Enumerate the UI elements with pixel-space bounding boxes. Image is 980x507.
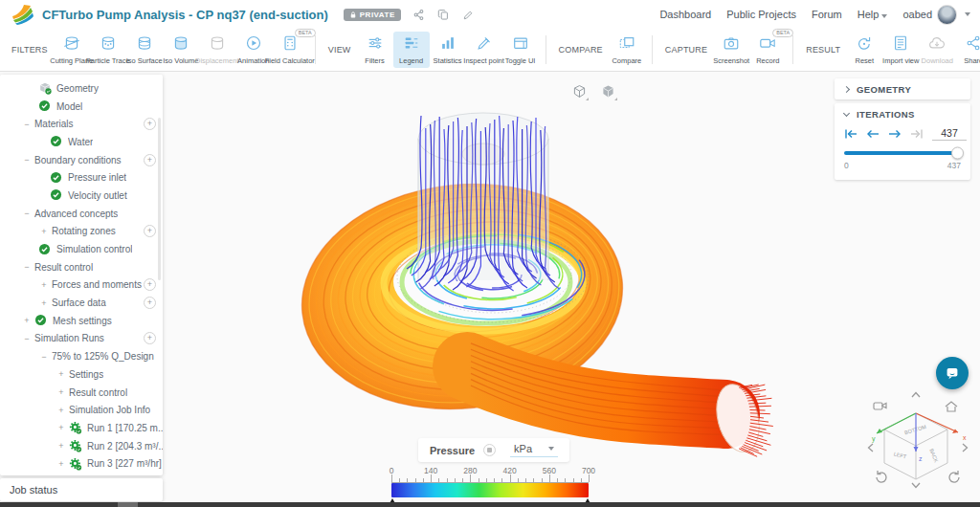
home-view-button[interactable] bbox=[946, 402, 957, 411]
viewcube-face-left[interactable]: LEFT bbox=[893, 452, 907, 460]
add-boundary-conditions-button[interactable]: + bbox=[144, 154, 156, 166]
toolbar-compare-button[interactable]: Compare bbox=[609, 32, 645, 68]
collapse-toggle-icon[interactable]: − bbox=[21, 334, 33, 343]
tree-item-run-1-170-25-m[interactable]: +Run 1 [170.25 m... bbox=[0, 419, 163, 437]
expand-toggle-icon[interactable]: + bbox=[38, 298, 50, 308]
first-iteration-button[interactable] bbox=[844, 129, 858, 139]
support-chat-button[interactable] bbox=[936, 357, 969, 389]
add-surface-data-button[interactable]: + bbox=[144, 297, 156, 309]
navigation-cube[interactable]: BOTTOM LEFT BACK y x z bbox=[865, 386, 970, 490]
add-materials-button[interactable]: + bbox=[144, 118, 156, 130]
tree-item-forces-and-moments[interactable]: +Forces and moments+ bbox=[0, 276, 163, 295]
tree-item-materials[interactable]: −Materials+ bbox=[0, 115, 163, 133]
wireframe-view-button[interactable] bbox=[568, 80, 590, 101]
rotate-right-button[interactable] bbox=[963, 444, 968, 452]
unit-select[interactable]: kPa bbox=[510, 443, 558, 457]
user-menu[interactable]: oabed bbox=[902, 5, 970, 25]
toolbar-cutting-plane-button[interactable]: Cutting Plane bbox=[54, 32, 90, 68]
tree-item-advanced-concepts[interactable]: −Advanced concepts bbox=[0, 205, 163, 223]
expand-toggle-icon[interactable]: + bbox=[38, 280, 50, 290]
tree-item-75-to-125-q-design[interactable]: −75% to 125% Q_Design bbox=[0, 347, 163, 365]
toolbar-statistics-button[interactable]: Statistics bbox=[430, 32, 466, 68]
add-forces-and-moments-button[interactable]: + bbox=[144, 278, 156, 291]
legend-settings-button[interactable] bbox=[483, 444, 496, 456]
expand-toggle-icon[interactable]: + bbox=[38, 227, 50, 236]
toolbar-field-calculator-button[interactable]: BETAField Calculator bbox=[272, 32, 308, 68]
toolbar-iso-volume-button[interactable]: Iso Volume bbox=[163, 32, 199, 68]
tree-item-rotating-zones[interactable]: +Rotating zones+ bbox=[0, 223, 163, 241]
next-iteration-button[interactable] bbox=[888, 129, 902, 139]
toolbar-legend-button[interactable]: Legend bbox=[393, 32, 430, 68]
previous-iteration-button[interactable] bbox=[866, 129, 880, 139]
app-logo-icon[interactable] bbox=[10, 4, 34, 25]
tree-item-pressure-inlet[interactable]: Pressure inlet bbox=[0, 168, 163, 187]
tree-item-result-control[interactable]: −Result control bbox=[0, 258, 163, 276]
tree-item-model[interactable]: Model bbox=[0, 98, 163, 116]
toolbar-inspect-point-button[interactable]: Inspect point bbox=[466, 32, 502, 68]
tree-item-simulation-control[interactable]: Simulation control bbox=[0, 240, 163, 258]
tree-item-water[interactable]: Water bbox=[0, 133, 163, 151]
perspective-camera-button[interactable] bbox=[874, 403, 886, 409]
job-status-bar[interactable]: Job status bbox=[0, 478, 163, 501]
tree-item-boundary-conditions[interactable]: −Boundary conditions+ bbox=[0, 151, 163, 169]
tree-item-surface-data[interactable]: +Surface data+ bbox=[0, 294, 163, 312]
add-simulation-runs-button[interactable]: + bbox=[144, 332, 156, 344]
edit-title-icon[interactable] bbox=[462, 8, 476, 21]
tree-item-settings[interactable]: +Settings bbox=[0, 365, 163, 384]
collapse-toggle-icon[interactable]: − bbox=[21, 209, 33, 218]
collapse-toggle-icon[interactable]: − bbox=[21, 155, 33, 165]
header-nav: Dashboard Public Projects Forum Help oab… bbox=[659, 5, 970, 25]
tree-item-run-2-204-3-m[interactable]: +Run 2 [204.3 m³/... bbox=[0, 437, 163, 455]
add-rotating-zones-button[interactable]: + bbox=[144, 225, 156, 237]
toolbar-toggle-ui-button[interactable]: Toggle UI bbox=[502, 32, 539, 68]
rotate-left-button[interactable] bbox=[869, 444, 874, 452]
nav-help[interactable]: Help bbox=[858, 9, 888, 20]
collapse-toggle-icon[interactable]: − bbox=[21, 262, 33, 272]
toolbar-share-button[interactable]: Share bbox=[955, 32, 980, 68]
iso-volume-icon bbox=[172, 34, 189, 55]
nav-forum[interactable]: Forum bbox=[812, 9, 842, 20]
tree-item-velocity-outlet[interactable]: Velocity outlet bbox=[0, 187, 163, 205]
roll-ccw-button[interactable] bbox=[877, 471, 886, 482]
roll-cw-button[interactable] bbox=[949, 471, 959, 482]
tree-item-geometry[interactable]: Geometry bbox=[0, 79, 163, 98]
expand-toggle-icon[interactable]: + bbox=[56, 406, 67, 415]
geometry-panel-header[interactable]: GEOMETRY bbox=[835, 78, 970, 99]
collapse-toggle-icon[interactable]: − bbox=[38, 352, 50, 362]
expand-toggle-icon[interactable]: + bbox=[56, 459, 67, 469]
expand-toggle-icon[interactable]: + bbox=[56, 387, 67, 397]
iteration-slider-handle[interactable] bbox=[951, 147, 964, 160]
iteration-value-input[interactable]: 437 bbox=[932, 127, 967, 141]
duplicate-project-icon[interactable] bbox=[437, 8, 451, 21]
expand-toggle-icon[interactable]: + bbox=[56, 369, 67, 379]
toolbar-filters-button[interactable]: Filters bbox=[357, 32, 393, 68]
tree-scrollbar[interactable] bbox=[158, 118, 161, 280]
iterations-panel-header[interactable]: ITERATIONS bbox=[835, 103, 970, 124]
success-check-icon bbox=[38, 99, 52, 113]
expand-toggle-icon[interactable]: + bbox=[21, 316, 33, 325]
collapse-toggle-icon[interactable]: − bbox=[21, 120, 33, 129]
viewcube-face-right[interactable]: BACK bbox=[928, 448, 939, 463]
toolbar-group-compare: COMPARE bbox=[559, 45, 603, 55]
nav-dashboard[interactable]: Dashboard bbox=[659, 9, 711, 20]
toolbar-iso-surface-button[interactable]: Iso Surface bbox=[126, 32, 163, 68]
expand-toggle-icon[interactable]: + bbox=[56, 423, 67, 432]
rotate-down-button[interactable] bbox=[912, 483, 920, 488]
nav-public-projects[interactable]: Public Projects bbox=[726, 9, 796, 20]
tree-item-run-3-227-m-hr[interactable]: +Run 3 [227 m³/hr] bbox=[0, 454, 163, 473]
tree-item-mesh-settings[interactable]: +Mesh settings bbox=[0, 312, 163, 330]
last-iteration-button[interactable] bbox=[910, 129, 924, 139]
toolbar-reset-button[interactable]: Reset bbox=[846, 32, 882, 68]
toolbar-import-view-button[interactable]: Import view bbox=[882, 32, 919, 68]
tree-item-simulation-runs[interactable]: −Simulation Runs+ bbox=[0, 330, 163, 348]
iteration-slider[interactable] bbox=[844, 151, 961, 155]
toolbar-screenshot-button[interactable]: Screenshot bbox=[713, 32, 749, 68]
share-project-icon[interactable] bbox=[412, 8, 426, 21]
shaded-view-button[interactable] bbox=[597, 80, 618, 101]
toolbar-record-button[interactable]: BETARecord bbox=[749, 32, 786, 68]
tree-item-simulation-job-info[interactable]: +Simulation Job Info bbox=[0, 401, 163, 419]
rotate-up-button[interactable] bbox=[912, 393, 920, 398]
expand-toggle-icon[interactable]: + bbox=[56, 441, 67, 451]
toolbar-particle-trace-button[interactable]: Particle Trace bbox=[90, 32, 126, 68]
tree-item-result-control[interactable]: +Result control bbox=[0, 384, 163, 402]
